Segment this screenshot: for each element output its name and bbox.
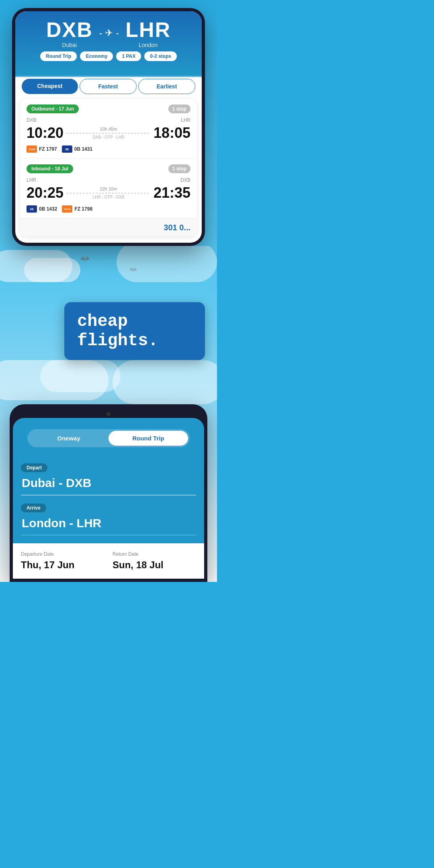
outbound-airline2: 0B 0B 1431 — [62, 145, 92, 153]
inbound-airline1: 0B 0B 1432 — [27, 205, 57, 213]
outbound-airline1-code: FZ 1797 — [39, 146, 57, 152]
notch-camera — [106, 412, 111, 416]
outbound-duration-info: 10h 45m DXB - OTP - LHR — [67, 127, 150, 139]
inbound-label: Inbound - 18 Jul — [27, 164, 73, 173]
inbound-duration-info: 22h 10m LHR - OTP - DXB — [67, 186, 150, 199]
inbound-airline2-code: FZ 1798 — [74, 206, 92, 212]
inbound-airline1-logo: 0B — [27, 205, 37, 213]
to-airport-code: LHR — [125, 18, 171, 42]
cabin-class-pill[interactable]: Economy — [80, 51, 113, 61]
outbound-airline1-logo: dubai — [27, 145, 37, 153]
inbound-stops-badge: 1 stop — [168, 164, 190, 173]
outbound-airline1: dubai FZ 1797 — [27, 145, 57, 153]
inbound-duration: 22h 10m — [67, 186, 150, 191]
return-date-group[interactable]: Return Date Sun, 18 Jul — [113, 551, 196, 571]
depart-label: Depart — [21, 463, 47, 472]
return-date-label: Return Date — [113, 551, 196, 557]
oneway-option[interactable]: Oneway — [29, 431, 108, 446]
outbound-airline2-code: 0B 1431 — [74, 146, 92, 152]
outbound-to-airport: LHR — [181, 117, 190, 123]
outbound-from-airport: DXB — [27, 117, 37, 123]
tab-cheapest[interactable]: Cheapest — [22, 79, 78, 94]
from-city: Dubai — [46, 42, 93, 48]
departure-date-label: Departure Date — [21, 551, 104, 557]
date-section: Departure Date Thu, 17 Jun Return Date S… — [13, 543, 204, 579]
tab-earliest[interactable]: Earliest — [138, 79, 195, 94]
stops-pill[interactable]: 0-2 stops — [144, 51, 177, 61]
outbound-label: Outbound - 17 Jun — [27, 104, 79, 113]
outbound-depart-time: 10:20 — [27, 125, 63, 141]
arrive-value[interactable]: London - LHR — [21, 516, 196, 530]
inbound-depart-time: 20:25 — [27, 184, 63, 201]
trip-type-toggle[interactable]: Oneway Round Trip — [27, 429, 190, 447]
inbound-route: LHR - OTP - DXB — [67, 195, 150, 199]
from-airport-code: DXB — [46, 18, 93, 42]
outbound-duration: 10h 45m — [67, 127, 150, 131]
tab-fastest[interactable]: Fastest — [80, 79, 137, 94]
flight-direction-icon: - ✈ - — [99, 27, 119, 39]
pax-pill[interactable]: 1 PAX — [116, 51, 141, 61]
cheap-flights-banner: cheap flights. — [77, 312, 192, 350]
roundtrip-option[interactable]: Round Trip — [108, 431, 188, 446]
inbound-airline2: dubai FZ 1798 — [62, 205, 92, 213]
price-partial: 301 0... — [164, 223, 190, 232]
arrive-label: Arrive — [21, 504, 46, 512]
outbound-route: DXB - OTP - LHR — [67, 135, 150, 139]
departure-date-group[interactable]: Departure Date Thu, 17 Jun — [21, 551, 104, 571]
inbound-to-airport: DXB — [180, 177, 190, 183]
inbound-airline1-code: 0B 1432 — [39, 206, 57, 212]
inbound-arrive-time: 21:35 — [154, 184, 190, 201]
depart-value[interactable]: Dubai - DXB — [21, 476, 196, 490]
outbound-airline2-logo: 0B — [62, 145, 72, 153]
outbound-stops-badge: 1 stop — [168, 104, 190, 113]
departure-date-value[interactable]: Thu, 17 Jun — [21, 559, 104, 571]
inbound-airline2-logo: dubai — [62, 205, 72, 213]
inbound-from-airport: LHR — [27, 177, 36, 183]
round-trip-pill[interactable]: Round Trip — [40, 51, 77, 61]
outbound-arrive-time: 18:05 — [154, 125, 190, 141]
to-city: London — [125, 42, 171, 48]
phone-notch — [96, 410, 121, 418]
return-date-value[interactable]: Sun, 18 Jul — [113, 559, 196, 571]
